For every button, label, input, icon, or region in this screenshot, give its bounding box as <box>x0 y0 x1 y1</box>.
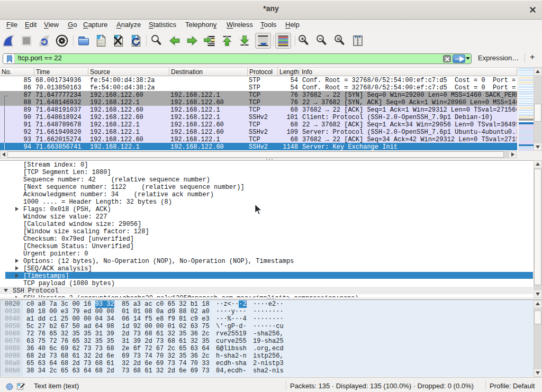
svg-text:0011: 0011 <box>98 44 104 47</box>
